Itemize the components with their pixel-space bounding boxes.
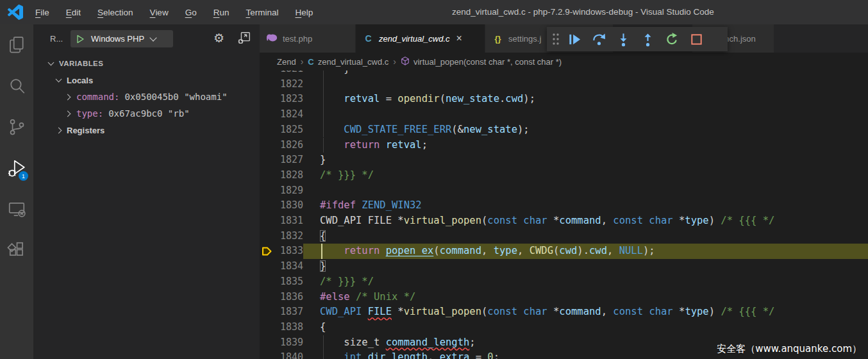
menu-terminal[interactable]: Terminal <box>237 8 287 17</box>
variables-section-header[interactable]: VARIABLES <box>33 55 260 72</box>
remote-explorer-icon[interactable] <box>0 188 33 230</box>
run-debug-icon[interactable]: 1 <box>0 147 33 188</box>
glyph-margin[interactable] <box>260 320 279 335</box>
code-line: 1837CWD_API FILE *virtual_popen(const ch… <box>260 305 868 320</box>
menu-file[interactable]: File <box>27 8 58 17</box>
tab-label: settings.j <box>508 34 541 44</box>
registers-group[interactable]: Registers <box>33 122 260 138</box>
chevron-collapsed-icon <box>56 127 62 133</box>
code-text: { <box>303 229 868 244</box>
line-number: 1831 <box>279 213 303 229</box>
breadcrumb-folder[interactable]: Zend <box>277 57 296 67</box>
glyph-margin[interactable] <box>260 138 279 153</box>
code-text: { <box>303 320 868 335</box>
glyph-margin[interactable] <box>260 350 279 359</box>
extensions-icon[interactable] <box>0 230 33 271</box>
stop-button[interactable] <box>684 27 708 51</box>
line-number: 1834 <box>279 259 303 274</box>
glyph-margin[interactable] <box>260 198 279 213</box>
line-number: 1824 <box>279 107 303 122</box>
vscode-logo-icon <box>8 4 23 20</box>
line-number: 1825 <box>279 122 303 138</box>
variable-row-type[interactable]: type: 0x67ac9bc0 "rb" <box>33 105 260 122</box>
step-out-button[interactable] <box>635 27 660 51</box>
search-icon[interactable] <box>0 65 33 106</box>
glyph-margin[interactable] <box>260 122 279 138</box>
gear-icon[interactable]: ⚙ <box>213 31 224 45</box>
debug-badge: 1 <box>19 171 28 181</box>
code-lines[interactable]: 1821 }18221823 retval = opendir(new_stat… <box>260 24 868 359</box>
code-line: 1830#ifdef ZEND_WIN32 <box>260 198 868 213</box>
line-number: 1828 <box>279 168 303 183</box>
code-text: /* }}} */ <box>303 168 868 183</box>
variable-row-command[interactable]: command: 0x050045b0 "whoami" <box>33 88 260 105</box>
code-line: 1825 CWD_STATE_FREE_ERR(&new_state); <box>260 122 868 138</box>
glyph-margin[interactable] <box>260 153 279 168</box>
variables-section-title: VARIABLES <box>59 60 103 67</box>
code-line: 1827} <box>260 153 868 168</box>
breadcrumb-separator-icon: › <box>301 56 304 67</box>
drag-handle-icon[interactable] <box>549 27 562 51</box>
glyph-margin[interactable] <box>260 335 279 351</box>
sidebar-run-and-debug: R... Windows PHP ⚙ ⋯ VARIABLES Locals <box>33 24 260 359</box>
breadcrumb: Zend › C zend_virtual_cwd.c › virtual_po… <box>260 53 868 71</box>
glyph-margin[interactable] <box>260 290 279 305</box>
glyph-margin[interactable] <box>260 274 279 290</box>
code-text: } <box>303 259 868 274</box>
variable-name: command: <box>76 92 119 102</box>
code-line: 1831CWD_API FILE *virtual_popen(const ch… <box>260 213 868 229</box>
step-over-button[interactable] <box>587 27 611 51</box>
glyph-margin[interactable] <box>260 77 279 92</box>
line-number: 1832 <box>279 229 303 244</box>
variable-value: 0x050045b0 "whoami" <box>124 92 227 102</box>
line-number: 1827 <box>279 153 303 168</box>
locals-label: Locals <box>67 76 93 85</box>
code-line: 1823 retval = opendir(new_state.cwd); <box>260 92 868 107</box>
step-into-button[interactable] <box>611 27 635 51</box>
menu-help[interactable]: Help <box>287 8 321 17</box>
code-text <box>303 107 868 122</box>
chevron-expanded-icon <box>56 76 62 83</box>
glyph-margin[interactable] <box>260 259 279 274</box>
code-line: 1835/* }}} */ <box>260 274 868 290</box>
registers-label: Registers <box>67 126 104 135</box>
continue-button[interactable] <box>562 27 587 51</box>
tab-test-php[interactable]: test.php <box>260 24 356 53</box>
code-line-current: 1833 return popen_ex(command, type, CWDG… <box>260 244 868 259</box>
close-icon[interactable]: × <box>456 33 462 44</box>
glyph-margin[interactable] <box>260 213 279 229</box>
breadcrumb-file[interactable]: zend_virtual_cwd.c <box>318 57 389 67</box>
menu-run[interactable]: Run <box>205 8 238 17</box>
debug-console-icon[interactable] <box>237 31 251 47</box>
glyph-margin[interactable] <box>260 305 279 320</box>
source-control-icon[interactable] <box>0 106 33 147</box>
glyph-margin[interactable] <box>260 168 279 183</box>
glyph-margin[interactable] <box>260 92 279 107</box>
symbol-cube-icon <box>401 56 410 67</box>
panel-title: R... <box>50 34 63 44</box>
restart-button[interactable] <box>660 27 684 51</box>
line-number: 1823 <box>279 92 303 107</box>
watermark: 安全客（www.anquanke.com） <box>717 343 862 355</box>
code-line: 1836#else /* Unix */ <box>260 290 868 305</box>
code-text: #ifdef ZEND_WIN32 <box>303 198 868 213</box>
code-line: 1824 <box>260 107 868 122</box>
menu-selection[interactable]: Selection <box>89 8 142 17</box>
code-text: CWD_API FILE *virtual_popen(const char *… <box>303 213 868 229</box>
code-line: 1829 <box>260 183 868 199</box>
locals-group[interactable]: Locals <box>33 72 260 88</box>
line-number: 1836 <box>279 290 303 305</box>
menu-view[interactable]: View <box>142 8 177 17</box>
line-number: 1835 <box>279 274 303 290</box>
tab-zend-virtual-cwd[interactable]: C zend_virtual_cwd.c × <box>356 24 485 53</box>
glyph-margin[interactable] <box>260 183 279 199</box>
line-number: 1839 <box>279 335 303 351</box>
menu-edit[interactable]: Edit <box>58 8 89 17</box>
breadcrumb-symbol[interactable]: virtual_popen(const char *, const char *… <box>413 57 562 67</box>
explorer-icon[interactable] <box>0 24 33 65</box>
glyph-margin[interactable] <box>260 107 279 122</box>
launch-config-dropdown[interactable]: Windows PHP <box>71 30 173 47</box>
glyph-margin[interactable] <box>260 229 279 244</box>
menu-go[interactable]: Go <box>177 8 205 17</box>
code-line: 1826 return retval; <box>260 138 868 153</box>
